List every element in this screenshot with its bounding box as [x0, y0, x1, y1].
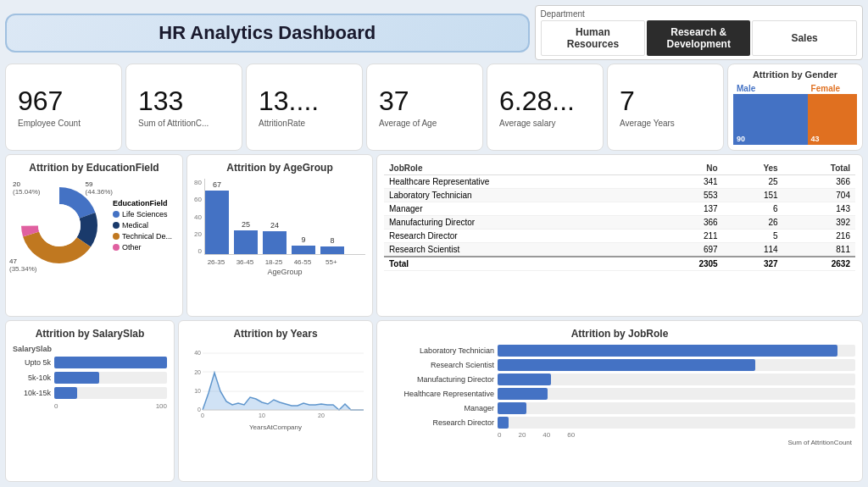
jr-fill-research-sci — [498, 359, 755, 371]
jr-row-research-sci: Research Scientist — [384, 359, 855, 371]
jr-fill-manager — [498, 402, 526, 414]
cell-total: 811 — [783, 243, 855, 257]
jr-row-research-dir: Research Director — [384, 417, 855, 429]
x-label-46-55: 46-55 — [291, 258, 314, 266]
kpi-label-attrition: Sum of AttritionC... — [138, 119, 209, 128]
legend-label-medical: Medical — [122, 221, 148, 230]
bar-fill-46-55 — [292, 246, 315, 254]
col-total: Total — [783, 162, 855, 175]
bar-26-35: 67 — [205, 180, 229, 254]
dept-btn-rd[interactable]: Research & Development — [647, 20, 750, 56]
hbar-fill-5k10k — [54, 372, 99, 384]
jr-label-lab-tech: Laboratory Technician — [384, 346, 494, 355]
donut-label-lifesci: 59(44.36%) — [86, 180, 113, 196]
jr-label-manager: Manager — [384, 404, 494, 412]
donut-label-medical: 20(15.04%) — [13, 180, 40, 196]
cell-role: Healthcare Representative — [384, 175, 653, 189]
agegroup-chart-area: 80 60 40 20 0 67 25 — [194, 179, 365, 276]
jr-label-research-dir: Research Director — [384, 418, 494, 427]
jr-track-mfg-dir — [498, 374, 855, 385]
hbar-fill-upto5k — [54, 357, 167, 368]
cell-total: 366 — [783, 175, 855, 189]
legend-label-lifesci: Life Sciences — [122, 210, 168, 219]
cell-no: 137 — [653, 202, 723, 216]
table-total-row: Total 2305 327 2632 — [384, 257, 855, 271]
legend-label-technical: Technical De... — [122, 232, 172, 241]
cell-total: 704 — [783, 189, 855, 202]
donut-label-technical: 47(35.34%) — [9, 257, 36, 273]
col-jobrole: JobRole — [384, 162, 653, 175]
legend-title: EducationField — [113, 199, 172, 208]
x-label-26-35: 26-35 — [204, 258, 228, 266]
cell-yes: 151 — [723, 189, 783, 202]
svg-text:0: 0 — [198, 407, 201, 412]
years-x-label: YearsAtCompany — [186, 423, 365, 431]
kpi-avg-age: 37 Average of Age — [366, 64, 483, 151]
cell-no: 341 — [653, 175, 723, 189]
kpi-label-salary: Average salary — [499, 119, 556, 128]
kpi-label-rate: AttritionRate — [259, 119, 305, 128]
gender-male-count: 90 — [737, 135, 745, 143]
jr-track-research-dir — [498, 417, 855, 429]
bottom-row: Attrition by SalarySlab SalarySlab Upto … — [5, 320, 863, 483]
hbar-10k15k: 10k-15k — [13, 387, 167, 399]
cell-no: 211 — [653, 230, 723, 243]
table-row: Manufacturing Director 366 26 392 — [384, 216, 855, 230]
y-tick-80: 80 — [194, 179, 202, 186]
dept-btn-hr[interactable]: Human Resources — [541, 20, 646, 56]
cell-yes: 114 — [723, 243, 783, 257]
attrition-jobrole-card: Attrition by JobRole Laboratory Technici… — [376, 320, 863, 483]
bar-55plus: 8 — [320, 236, 344, 254]
jr-track-hc-rep — [498, 388, 855, 400]
total-no: 2305 — [653, 257, 723, 271]
kpi-avg-salary: 6.28... Average salary — [487, 64, 604, 151]
jr-track-research-sci — [498, 359, 855, 371]
dept-btn-sales[interactable]: Sales — [752, 20, 857, 56]
jr-fill-hc-rep — [498, 388, 548, 400]
gender-male-label: Male — [733, 83, 808, 94]
total-label: Total — [384, 257, 653, 271]
dept-buttons: Human Resources Research & Development S… — [541, 20, 857, 56]
svg-text:10: 10 — [194, 388, 201, 394]
jr-label-research-sci: Research Scientist — [384, 361, 494, 369]
hbar-track-10k15k — [54, 387, 167, 399]
attrition-gender-card: Attrition by Gender Male Female 90 43 — [727, 64, 863, 151]
cell-yes: 25 — [723, 175, 783, 189]
agegroup-bars: 67 25 24 9 — [204, 179, 365, 255]
svg-text:40: 40 — [194, 350, 201, 356]
education-legend: EducationField Life Sciences Medical Tec… — [113, 199, 172, 254]
x-axis-labels: 26-35 36-45 18-25 46-55 55+ — [204, 257, 365, 266]
kpi-label-years: Average Years — [620, 119, 675, 128]
years-chart-title: Attrition by Years — [186, 328, 365, 340]
y-tick-20: 20 — [194, 230, 202, 238]
education-chart-title: Attrition by EducationField — [13, 162, 175, 174]
bar-val-18-25: 24 — [270, 221, 279, 230]
kpi-row: 967 Employee Count 133 Sum of AttritionC… — [5, 64, 863, 151]
salary-chart-title: Attrition by SalarySlab — [13, 328, 167, 340]
col-yes: Yes — [723, 162, 783, 175]
bar-val-55plus: 8 — [330, 236, 334, 245]
cell-total: 143 — [783, 202, 855, 216]
total-total: 2632 — [783, 257, 855, 271]
gender-female-count: 43 — [811, 135, 820, 143]
bar-val-36-45: 25 — [242, 220, 250, 229]
hbar-5k10k: 5k-10k — [13, 372, 167, 384]
dept-label: Department — [541, 9, 857, 19]
svg-text:20: 20 — [318, 412, 325, 418]
cell-yes: 26 — [723, 216, 783, 230]
donut-content: 20(15.04%) 59(44.36%) 47(35.34%) Educati… — [13, 179, 175, 274]
kpi-value-attrition: 133 — [138, 86, 183, 116]
gender-bars: 90 43 — [733, 94, 857, 145]
cell-role: Laboratory Technician — [384, 189, 653, 202]
svg-text:10: 10 — [259, 412, 265, 418]
kpi-value-rate: 13.... — [259, 86, 319, 116]
cell-role: Manufacturing Director — [384, 216, 653, 230]
gender-header: Male Female — [733, 83, 857, 94]
svg-point-4 — [38, 204, 81, 246]
hbar-label-5k10k: 5k-10k — [13, 374, 51, 382]
hbar-label-10k15k: 10k-15k — [13, 389, 51, 397]
jr-row-hc-rep: Healthcare Representative — [384, 388, 855, 400]
legend-dot-technical — [113, 233, 120, 240]
table-row: Laboratory Technician 553 151 704 — [384, 189, 855, 202]
jr-tick-20: 20 — [518, 431, 526, 439]
